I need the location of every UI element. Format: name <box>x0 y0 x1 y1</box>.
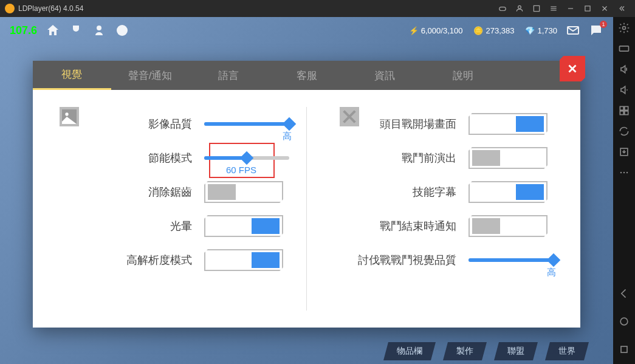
slider-value-power-saving: 60 FPS <box>226 165 256 175</box>
install-apk-icon[interactable] <box>618 146 630 158</box>
currency-gold[interactable]: 🪙 273,383 <box>473 26 514 35</box>
home-icon[interactable] <box>46 23 60 38</box>
nav-guild[interactable]: 聯盟 <box>494 342 538 360</box>
app-title: LDPlayer(64) 4.0.54 <box>18 4 83 13</box>
svg-point-10 <box>97 26 101 30</box>
ldplayer-logo-icon <box>5 4 15 13</box>
label-bloom: 光暈 <box>170 219 192 233</box>
tab-sound[interactable]: 聲音/通知 <box>111 61 190 90</box>
label-power-saving: 節能模式 <box>148 151 192 165</box>
setting-bloom: 光暈 <box>60 209 289 243</box>
label-high-res: 高解析度模式 <box>126 253 192 267</box>
svg-rect-19 <box>620 106 623 110</box>
tab-help[interactable]: 說明 <box>424 61 503 90</box>
gold-value: 273,383 <box>486 26 514 35</box>
svg-rect-28 <box>621 346 627 352</box>
svg-rect-0 <box>499 7 506 11</box>
back-icon[interactable] <box>618 287 630 300</box>
tab-info[interactable]: 資訊 <box>346 61 424 90</box>
tab-language[interactable]: 語言 <box>189 61 267 90</box>
label-antialiasing: 消除鋸齒 <box>148 185 192 199</box>
multi-instance-icon[interactable] <box>618 105 630 117</box>
toggle-high-res[interactable] <box>204 249 283 271</box>
game-viewport: 107.6 ⚡ 6,000/3,100 🪙 273,383 💎 1,730 1 … <box>0 17 613 364</box>
volume-up-icon[interactable] <box>618 63 630 75</box>
svg-point-24 <box>620 172 622 174</box>
toggle-skill-subtitle[interactable] <box>469 181 547 203</box>
character-icon[interactable] <box>92 23 106 38</box>
label-boss-intro: 頭目戰開場畫面 <box>380 117 456 131</box>
svg-point-11 <box>117 25 128 36</box>
setting-antialiasing: 消除鋸齒 <box>60 175 289 209</box>
bottom-nav: 物品欄 製作 聯盟 世界 <box>383 342 589 360</box>
nav-inventory[interactable]: 物品欄 <box>383 342 436 360</box>
slider-value-raid-quality: 高 <box>547 267 556 278</box>
slider-power-saving[interactable]: 60 FPS <box>204 156 289 160</box>
stamina-icon: ⚡ <box>409 26 419 35</box>
settings-left-column: 影像品質 高 節能模式 60 FPS 消除鋸齒 <box>47 107 301 311</box>
toggle-bloom[interactable] <box>204 215 283 237</box>
home-nav-icon[interactable] <box>618 315 630 328</box>
label-skill-subtitle: 技能字幕 <box>413 185 456 199</box>
svg-rect-20 <box>625 106 628 110</box>
sync-icon[interactable] <box>618 125 630 137</box>
chat-badge: 1 <box>600 21 607 28</box>
minimize-button[interactable] <box>562 0 579 17</box>
setting-high-res: 高解析度模式 <box>60 243 289 277</box>
close-button[interactable] <box>596 0 613 17</box>
setting-pre-battle: 戰鬥前演出 <box>324 141 554 175</box>
toggle-pre-battle[interactable] <box>469 147 547 169</box>
label-image-quality: 影像品質 <box>148 117 192 131</box>
recent-icon[interactable] <box>618 343 630 355</box>
game-topbar: 107.6 ⚡ 6,000/3,100 🪙 273,383 💎 1,730 1 <box>0 17 613 44</box>
nav-world[interactable]: 世界 <box>545 342 589 360</box>
mail-icon[interactable] <box>566 23 580 38</box>
svg-point-26 <box>626 172 628 174</box>
svg-point-25 <box>623 172 625 174</box>
svg-rect-2 <box>534 5 539 11</box>
volume-down-icon[interactable] <box>618 84 630 96</box>
svg-rect-21 <box>620 111 623 115</box>
maximize-button[interactable] <box>579 0 596 17</box>
trophy-icon[interactable] <box>69 23 83 38</box>
setting-skill-subtitle: 技能字幕 <box>324 175 554 209</box>
label-battle-end-notif: 戰鬥結束時通知 <box>380 219 456 233</box>
toggle-boss-intro[interactable] <box>469 113 547 135</box>
modal-close-button[interactable] <box>560 56 585 81</box>
svg-point-1 <box>518 5 521 9</box>
chat-icon[interactable]: 1 <box>589 23 603 38</box>
slider-image-quality[interactable]: 高 <box>204 122 289 126</box>
svg-rect-22 <box>625 111 628 115</box>
stamina-value: 6,000/3,100 <box>421 26 463 35</box>
tab-support[interactable]: 客服 <box>267 61 346 90</box>
tab-visual[interactable]: 視覺 <box>33 61 111 90</box>
setting-boss-intro: 頭目戰開場畫面 <box>324 107 554 141</box>
gamepad-icon[interactable] <box>494 0 511 17</box>
currency-stamina[interactable]: ⚡ 6,000/3,100 <box>409 26 463 35</box>
gold-icon: 🪙 <box>473 26 483 35</box>
toggle-antialiasing[interactable] <box>204 181 283 203</box>
svg-rect-18 <box>620 46 629 51</box>
currency-gem[interactable]: 💎 1,730 <box>525 26 557 35</box>
svg-rect-7 <box>585 6 590 11</box>
svg-point-17 <box>623 27 626 30</box>
fullscreen-icon[interactable] <box>528 0 545 17</box>
settings-modal: 視覺 聲音/通知 語言 客服 資訊 說明 影像品質 <box>33 61 580 328</box>
collapse-sidebar-icon[interactable] <box>613 0 630 17</box>
setting-battle-end-notif: 戰鬥結束時通知 <box>324 209 554 243</box>
settings-gear-icon[interactable] <box>618 22 630 34</box>
svg-point-27 <box>620 318 628 325</box>
nav-craft[interactable]: 製作 <box>443 342 487 360</box>
menu-icon[interactable] <box>545 0 562 17</box>
gem-value: 1,730 <box>537 26 557 35</box>
fps-counter: 107.6 <box>10 24 37 37</box>
column-divider <box>306 107 307 311</box>
emulator-sidebar <box>613 17 635 364</box>
setting-power-saving: 節能模式 60 FPS <box>60 141 289 175</box>
toggle-battle-end-notif[interactable] <box>469 215 547 237</box>
social-icon[interactable] <box>115 23 129 38</box>
keyboard-icon[interactable] <box>618 43 630 55</box>
user-icon[interactable] <box>511 0 528 17</box>
slider-raid-quality[interactable]: 高 <box>469 258 554 262</box>
more-icon[interactable] <box>618 167 630 179</box>
